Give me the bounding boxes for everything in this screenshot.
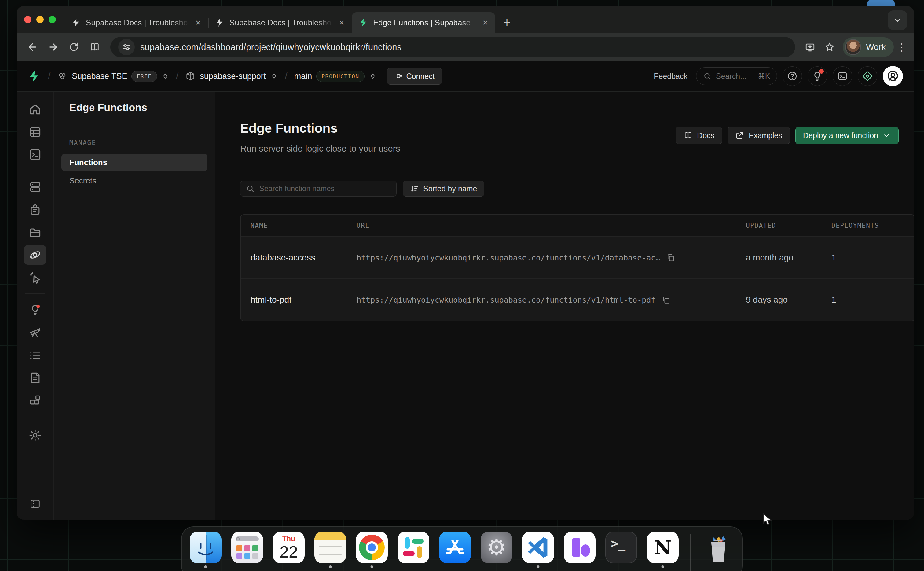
sidebar-title: Edge Functions xyxy=(54,92,215,123)
help-button[interactable] xyxy=(782,66,802,86)
org-switcher-icon[interactable] xyxy=(161,72,169,80)
docs-button[interactable]: Docs xyxy=(676,127,722,144)
running-indicator xyxy=(371,565,373,568)
external-link-icon xyxy=(735,131,744,140)
reports-nav-icon[interactable] xyxy=(24,323,46,343)
copy-url-icon[interactable] xyxy=(666,253,675,262)
ai-assistant-button[interactable] xyxy=(858,66,877,86)
address-bar[interactable]: supabase.com/dashboard/project/qiuwhyoiy… xyxy=(110,37,795,57)
forward-button[interactable] xyxy=(44,38,63,57)
function-updated: 9 days ago xyxy=(746,295,832,305)
advisors-nav-icon[interactable] xyxy=(24,300,46,320)
chevron-down-icon xyxy=(882,131,891,140)
sidebar-item-functions[interactable]: Functions xyxy=(62,154,208,171)
function-search-input[interactable] xyxy=(259,184,391,193)
running-indicator xyxy=(329,565,332,568)
collapse-sidebar-icon[interactable] xyxy=(24,494,46,514)
minimize-window-button[interactable] xyxy=(36,16,44,23)
database-nav-icon[interactable] xyxy=(24,177,46,197)
advisor-notifications-button[interactable] xyxy=(808,66,827,86)
help-icon xyxy=(787,71,798,82)
dock-chrome-icon[interactable] xyxy=(356,532,388,563)
col-name: NAME xyxy=(251,222,357,229)
dock-finder-icon[interactable] xyxy=(190,532,222,563)
search-icon xyxy=(246,184,254,193)
breadcrumb-branch[interactable]: main PRODUCTION xyxy=(294,71,377,82)
browser-profile-chip[interactable]: Work xyxy=(843,37,894,57)
environment-badge: PRODUCTION xyxy=(316,71,364,82)
dock-launchpad-icon[interactable] xyxy=(231,532,263,563)
search-shortcut: ⌘K xyxy=(758,72,770,80)
zoom-window-button[interactable] xyxy=(49,16,56,23)
function-deployments: 1 xyxy=(832,253,905,262)
dock-front-icon[interactable] xyxy=(564,532,596,563)
api-docs-nav-icon[interactable] xyxy=(24,368,46,387)
global-search[interactable]: Search... ⌘K xyxy=(696,67,777,85)
examples-button[interactable]: Examples xyxy=(727,127,790,144)
settings-nav-icon[interactable] xyxy=(24,426,46,445)
dock-trash-icon[interactable] xyxy=(702,532,734,563)
main-content: Edge Functions Run server-side logic clo… xyxy=(216,92,914,520)
function-url: https://qiuwhyoiycwkuobqirkr.supabase.co… xyxy=(357,296,655,304)
table-row[interactable]: html-to-pdf https://qiuwhyoiycwkuobqirkr… xyxy=(241,278,914,321)
dock-vscode-icon[interactable] xyxy=(522,532,554,563)
tab-edge-functions[interactable]: Edge Functions | Supabase × xyxy=(352,12,495,33)
function-deployments: 1 xyxy=(832,295,905,305)
project-switcher-icon[interactable] xyxy=(270,72,278,80)
table-row[interactable]: database-access https://qiuwhyoiycwkuobq… xyxy=(241,236,914,278)
close-tab-icon[interactable]: × xyxy=(193,17,203,28)
edge-functions-nav-icon[interactable] xyxy=(24,245,46,265)
function-updated: a month ago xyxy=(746,253,832,262)
project-name: supabase-support xyxy=(200,71,266,81)
table-editor-nav-icon[interactable] xyxy=(24,122,46,142)
close-tab-icon[interactable]: × xyxy=(480,17,490,28)
connect-button[interactable]: Connect xyxy=(387,68,442,85)
tab-search-button[interactable] xyxy=(888,11,907,30)
col-updated: UPDATED xyxy=(746,222,832,229)
close-window-button[interactable] xyxy=(24,16,31,23)
close-tab-icon[interactable]: × xyxy=(337,17,346,28)
back-button[interactable] xyxy=(23,38,42,57)
install-app-icon[interactable] xyxy=(801,38,819,56)
dock: Thu 22 ⚙ xyxy=(181,526,743,571)
reload-button[interactable] xyxy=(65,38,83,57)
feedback-link[interactable]: Feedback xyxy=(654,72,687,81)
organization-icon xyxy=(57,71,68,81)
auth-nav-icon[interactable] xyxy=(24,200,46,219)
dock-appstore-icon[interactable] xyxy=(439,532,471,563)
dock-calendar-icon[interactable]: Thu 22 xyxy=(273,532,305,563)
calendar-date: 22 xyxy=(280,543,298,560)
side-panel-icon[interactable] xyxy=(85,38,104,57)
home-nav-icon[interactable] xyxy=(24,100,46,119)
edge-functions-sidebar: Edge Functions MANAGE Functions Secrets xyxy=(54,92,216,520)
tab-supabase-docs-2[interactable]: Supabase Docs | Troubleshoo × xyxy=(208,12,352,33)
realtime-nav-icon[interactable] xyxy=(24,268,46,287)
integrations-nav-icon[interactable] xyxy=(24,390,46,410)
supabase-favicon xyxy=(215,18,225,28)
dock-settings-icon[interactable]: ⚙ xyxy=(480,532,513,563)
function-search-field[interactable] xyxy=(240,181,397,196)
breadcrumb-org[interactable]: Supabase TSE FREE xyxy=(57,71,169,82)
site-settings-icon[interactable] xyxy=(118,39,135,56)
storage-nav-icon[interactable] xyxy=(24,222,46,242)
sql-editor-nav-icon[interactable] xyxy=(24,145,46,164)
user-avatar[interactable] xyxy=(883,66,903,86)
sidebar-item-secrets[interactable]: Secrets xyxy=(62,172,208,189)
deploy-function-button[interactable]: Deploy a new function xyxy=(795,127,899,144)
notification-dot xyxy=(819,69,824,74)
dock-notion-icon[interactable]: N xyxy=(647,532,679,563)
profile-avatar xyxy=(845,39,861,55)
new-tab-button[interactable]: + xyxy=(498,14,516,31)
tab-supabase-docs-1[interactable]: Supabase Docs | Troubleshoo × xyxy=(65,12,208,33)
breadcrumb-project[interactable]: supabase-support xyxy=(185,71,278,81)
sort-button[interactable]: Sorted by name xyxy=(403,181,484,196)
browser-menu-icon[interactable]: ⋮ xyxy=(896,41,908,53)
dock-terminal-icon[interactable]: >_ xyxy=(605,532,637,563)
command-menu-button[interactable] xyxy=(833,66,852,86)
bookmark-star-icon[interactable] xyxy=(821,38,838,56)
copy-url-icon[interactable] xyxy=(662,295,671,304)
dock-slack-icon[interactable] xyxy=(397,532,429,563)
branch-switcher-icon[interactable] xyxy=(369,72,377,80)
dock-notes-icon[interactable] xyxy=(314,532,346,563)
logs-nav-icon[interactable] xyxy=(24,346,46,365)
